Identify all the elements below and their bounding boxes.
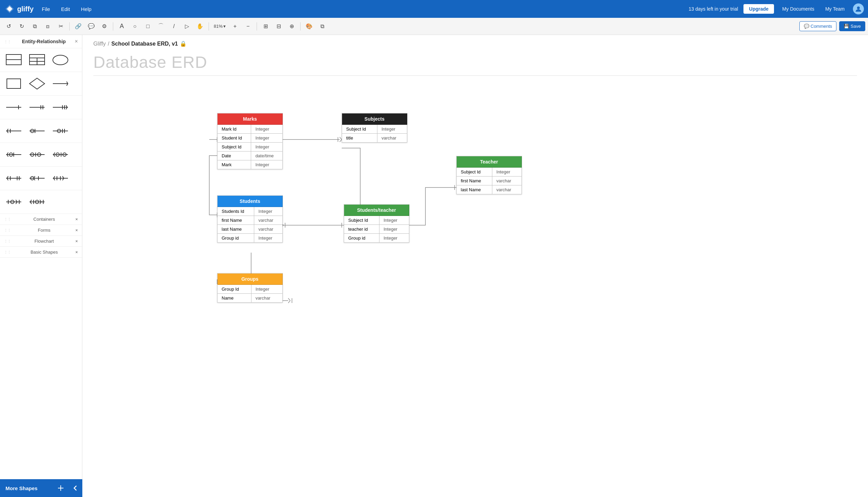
user-avatar[interactable] xyxy=(853,3,864,14)
groups-table[interactable]: Groups Group IdInteger Namevarchar xyxy=(217,273,283,303)
comments-button[interactable]: 💬 Comments xyxy=(799,21,837,31)
forms-label: Forms xyxy=(38,228,50,233)
svg-line-108 xyxy=(288,301,290,303)
notation-14[interactable] xyxy=(26,193,48,211)
groups-row2-name: Name xyxy=(218,294,251,303)
svg-rect-9 xyxy=(37,61,45,65)
collapse-sidebar-button[interactable] xyxy=(68,479,82,497)
teacher-table[interactable]: Teacher Subject IdInteger first Namevarc… xyxy=(456,156,522,194)
basic-shapes-close-icon[interactable]: × xyxy=(75,250,78,255)
containers-close-icon[interactable]: × xyxy=(75,217,78,222)
color-button[interactable]: 🎨 xyxy=(303,21,315,32)
erd-entity-shape[interactable] xyxy=(3,51,25,69)
sidebar-close-button[interactable]: × xyxy=(75,38,78,45)
zoom-level: 81% xyxy=(214,24,223,29)
groups-header: Groups xyxy=(218,274,283,285)
svg-rect-11 xyxy=(7,79,21,88)
copy-button[interactable]: ⧉ xyxy=(29,21,40,32)
hand-tool[interactable]: ✋ xyxy=(194,21,206,32)
logo-text: gliffy xyxy=(17,5,34,13)
subjects-table[interactable]: Subjects Subject IdInteger titlevarchar xyxy=(342,113,407,143)
help-menu[interactable]: Help xyxy=(78,5,94,13)
zoom-control[interactable]: 81% ▾ xyxy=(212,22,228,30)
undo-button[interactable]: ↺ xyxy=(3,21,14,32)
students-row1-name: Students Id xyxy=(218,207,254,216)
paste-button[interactable]: ⧈ xyxy=(42,21,54,32)
students-table[interactable]: Students Students IdInteger first Nameva… xyxy=(217,195,283,243)
erd-table-shape[interactable] xyxy=(26,51,48,69)
line-tool[interactable]: ⌒ xyxy=(155,21,167,32)
comment-button[interactable]: 💬 xyxy=(85,21,97,32)
bottom-bar: More Shapes xyxy=(0,479,82,497)
erd-line-shape[interactable] xyxy=(49,75,71,93)
notation-13[interactable] xyxy=(3,193,25,211)
upgrade-button[interactable]: Upgrade xyxy=(743,4,774,14)
forms-section[interactable]: ⋮⋮ Forms × xyxy=(0,225,82,236)
table-row: last Namevarchar xyxy=(457,185,522,194)
my-team-link[interactable]: My Team xyxy=(822,5,847,13)
flowchart-section[interactable]: ⋮⋮ Flowchart × xyxy=(0,236,82,247)
fit-page-button[interactable]: ⊞ xyxy=(260,21,271,32)
save-button[interactable]: 💾 Save xyxy=(839,21,865,31)
table-row: Subject IdInteger xyxy=(342,125,407,134)
logo[interactable]: gliffy xyxy=(4,3,34,14)
zoom-in-button[interactable]: + xyxy=(229,21,241,32)
freehand-tool[interactable]: / xyxy=(168,21,180,32)
table-row: Subject IdInteger xyxy=(218,143,283,151)
notation-1[interactable] xyxy=(3,98,25,116)
add-shapes-icon-button[interactable] xyxy=(54,479,68,497)
notation-11[interactable] xyxy=(26,169,48,187)
students-teacher-table[interactable]: Students/teacher Subject IdInteger teach… xyxy=(344,204,409,243)
st-row1-name: Subject Id xyxy=(344,216,379,225)
file-menu[interactable]: File xyxy=(39,5,53,13)
forms-close-icon[interactable]: × xyxy=(75,228,78,233)
ellipse-tool[interactable]: ○ xyxy=(129,21,141,32)
main-layout: ⋮⋮ Entity-Relationship × xyxy=(0,35,868,497)
marks-table[interactable]: Marks Mark IdInteger Student IdInteger S… xyxy=(217,113,283,169)
canvas-area[interactable]: Gliffy / School Database ERD, v1 🔒 Datab… xyxy=(82,35,868,497)
format-button[interactable]: ⚙ xyxy=(98,21,110,32)
basic-shapes-section[interactable]: ⋮⋮ Basic Shapes × xyxy=(0,247,82,258)
toolbar-separator-1 xyxy=(69,22,70,31)
connector-lines xyxy=(82,35,868,497)
table-row: teacher idInteger xyxy=(344,225,409,234)
notation-10[interactable] xyxy=(3,169,25,187)
edit-menu[interactable]: Edit xyxy=(58,5,73,13)
notation-8[interactable] xyxy=(26,146,48,163)
text-tool[interactable]: A xyxy=(116,21,128,32)
toolbar-separator-3 xyxy=(209,22,209,31)
more-shapes-button[interactable]: More Shapes xyxy=(0,485,54,491)
notation-6[interactable] xyxy=(49,122,71,140)
canvas-diagram-title: Database ERD xyxy=(93,53,207,72)
marks-row2-name: Student Id xyxy=(218,134,251,143)
flowchart-close-icon[interactable]: × xyxy=(75,239,78,244)
rect-tool[interactable]: □ xyxy=(142,21,154,32)
svg-rect-7 xyxy=(37,58,45,61)
svg-rect-8 xyxy=(30,61,37,65)
erd-diamond-shape[interactable] xyxy=(26,75,48,93)
select-tool[interactable]: ▷ xyxy=(181,21,193,32)
notation-7[interactable] xyxy=(3,146,25,163)
lock-icon: 🔒 xyxy=(180,40,187,47)
notation-2[interactable] xyxy=(26,98,48,116)
notation-5[interactable] xyxy=(26,122,48,140)
notation-12[interactable] xyxy=(49,169,71,187)
erd-ellipse-shape[interactable] xyxy=(49,51,71,69)
my-documents-link[interactable]: My Documents xyxy=(779,5,817,13)
marks-row3-type: Integer xyxy=(251,143,283,151)
zoom-out-button[interactable]: − xyxy=(242,21,254,32)
notation-9[interactable] xyxy=(49,146,71,163)
layers-button[interactable]: ⧉ xyxy=(316,21,328,32)
table-row: Subject IdInteger xyxy=(344,216,409,225)
st-row2-type: Integer xyxy=(379,225,409,234)
notation-3[interactable] xyxy=(49,98,71,116)
snap-button[interactable]: ⊕ xyxy=(286,21,297,32)
erd-rect-shape[interactable] xyxy=(3,75,25,93)
cut-button[interactable]: ✂ xyxy=(55,21,67,32)
link-button[interactable]: 🔗 xyxy=(72,21,84,32)
containers-section[interactable]: ⋮⋮ Containers × xyxy=(0,214,82,225)
redo-button[interactable]: ↻ xyxy=(16,21,27,32)
students-header: Students xyxy=(218,196,283,207)
grid-button[interactable]: ⊟ xyxy=(273,21,284,32)
notation-4[interactable] xyxy=(3,122,25,140)
